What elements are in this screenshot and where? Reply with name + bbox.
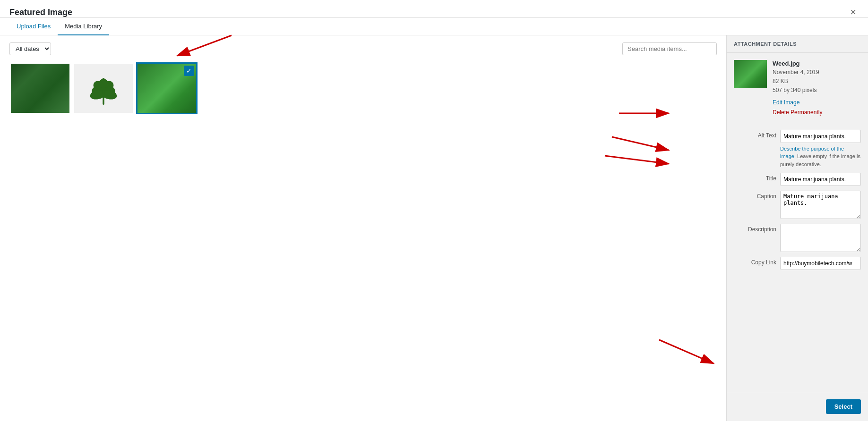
alt-text-row: Alt Text Describe the purpose of the ima… (734, 130, 861, 168)
modal-header: Featured Image × (0, 0, 868, 18)
alt-text-input[interactable] (780, 130, 861, 143)
media-item-2[interactable] (73, 62, 134, 114)
attachment-thumbnail (734, 60, 767, 88)
attachment-filename: Weed.jpg (773, 60, 861, 67)
attachment-preview: Weed.jpg November 4, 2019 82 KB 507 by 3… (727, 53, 868, 125)
media-item-3[interactable]: ✓ (136, 62, 198, 114)
description-input[interactable] (780, 224, 861, 252)
attachment-actions: Edit Image Delete Permanently (773, 98, 861, 118)
copy-link-row: Copy Link (734, 257, 861, 270)
tabs-bar: Upload Files Media Library (0, 18, 868, 35)
attachment-dimensions: 507 by 340 pixels (773, 86, 861, 95)
description-row: Description (734, 224, 861, 252)
title-row: Title (734, 173, 861, 186)
copy-link-label: Copy Link (734, 257, 776, 266)
leaf-icon (87, 69, 120, 107)
selected-check-badge: ✓ (184, 66, 194, 76)
modal-title: Featured Image (9, 8, 72, 17)
attachment-sidebar: ATTACHMENT DETAILS Weed.jpg November 4, … (726, 35, 868, 421)
media-grid: ✓ (9, 62, 717, 114)
media-thumbnail-1 (11, 64, 69, 113)
attachment-filesize: 82 KB (773, 77, 861, 86)
caption-input[interactable] (780, 191, 861, 219)
attachment-fields: Alt Text Describe the purpose of the ima… (727, 125, 868, 392)
sidebar-footer: Select (727, 392, 868, 421)
attachment-details-header: ATTACHMENT DETAILS (727, 35, 868, 53)
title-input[interactable] (780, 173, 861, 186)
search-input[interactable] (622, 42, 717, 55)
tab-media-library[interactable]: Media Library (58, 18, 109, 35)
attachment-date: November 4, 2019 (773, 68, 861, 77)
delete-permanently-link[interactable]: Delete Permanently (773, 108, 861, 118)
media-thumbnail-2 (74, 64, 133, 113)
tab-upload-files[interactable]: Upload Files (9, 18, 58, 35)
alt-text-description: Describe the purpose of the image. Leave… (780, 145, 861, 168)
modal-body: All dates (0, 35, 868, 421)
description-label: Description (734, 224, 776, 233)
copy-link-input[interactable] (780, 257, 861, 270)
caption-row: Caption (734, 191, 861, 219)
select-button[interactable]: Select (826, 399, 861, 414)
edit-image-link[interactable]: Edit Image (773, 98, 861, 108)
attachment-info: Weed.jpg November 4, 2019 82 KB 507 by 3… (773, 60, 861, 118)
media-toolbar: All dates (9, 42, 717, 55)
modal-container: Featured Image × Upload Files Media Libr… (0, 0, 868, 421)
media-item-1[interactable] (9, 62, 71, 114)
close-button[interactable]: × (848, 7, 859, 17)
title-label: Title (734, 173, 776, 182)
date-filter-select[interactable]: All dates (9, 42, 51, 55)
alt-text-label: Alt Text (734, 130, 776, 139)
caption-label: Caption (734, 191, 776, 200)
media-area: All dates (0, 35, 726, 421)
